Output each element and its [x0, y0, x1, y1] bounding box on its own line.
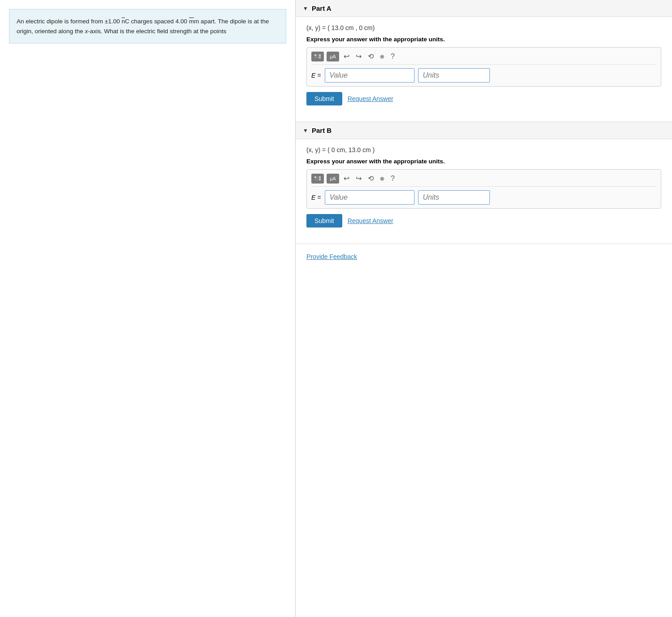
- part-a-answer-row: E =: [311, 68, 656, 83]
- part-b-section: ▼ Part B (x, y) = ( 0 cm, 13.0 cm ) Expr…: [296, 122, 672, 244]
- part-a-submit-button[interactable]: Submit: [306, 92, 342, 105]
- part-a-help-icon[interactable]: ?: [389, 52, 397, 61]
- question-box: An electric dipole is formed from ±1.00 …: [9, 9, 286, 44]
- part-b-value-input[interactable]: [325, 190, 415, 205]
- question-text: An electric dipole is formed from ±1.00 …: [17, 18, 269, 35]
- part-b-coords: (x, y) = ( 0 cm, 13.0 cm ): [306, 146, 661, 153]
- part-b-submit-button[interactable]: Submit: [306, 214, 342, 228]
- part-b-redo-icon[interactable]: ↪: [354, 173, 363, 184]
- part-b-label: Part B: [312, 127, 332, 134]
- part-a-label: Part A: [312, 4, 332, 12]
- part-b-chevron-icon[interactable]: ▼: [303, 127, 308, 134]
- provide-feedback-button[interactable]: Provide Feedback: [306, 253, 357, 260]
- part-a-toolbar-row: μA ↩ ↪ ⟲ ⎈ ?: [311, 51, 656, 65]
- part-a-action-row: Submit Request Answer: [306, 92, 661, 105]
- part-b-toolbar: μA ↩ ↪ ⟲ ⎈ ? E =: [306, 169, 661, 209]
- part-a-units-input[interactable]: [418, 68, 490, 83]
- feedback-section: Provide Feedback: [296, 244, 672, 269]
- part-b-instruction: Express your answer with the appropriate…: [306, 158, 661, 165]
- part-b-request-answer-button[interactable]: Request Answer: [348, 217, 393, 224]
- part-b-help-icon[interactable]: ?: [389, 174, 397, 184]
- part-a-value-input[interactable]: [325, 68, 415, 83]
- part-a-chevron-icon[interactable]: ▼: [303, 5, 308, 12]
- part-b-undo-icon[interactable]: ↩: [342, 173, 351, 184]
- part-b-content: (x, y) = ( 0 cm, 13.0 cm ) Express your …: [296, 139, 672, 235]
- part-a-reset-icon[interactable]: ⟲: [366, 51, 375, 61]
- part-b-keyboard-icon[interactable]: ⎈: [378, 174, 386, 184]
- part-a-instruction: Express your answer with the appropriate…: [306, 36, 661, 43]
- part-b-answer-row: E =: [311, 190, 656, 205]
- part-a-e-label: E =: [311, 72, 321, 79]
- part-b-e-label: E =: [311, 194, 321, 201]
- part-a-keyboard-icon[interactable]: ⎈: [378, 52, 386, 61]
- part-a-header: ▼ Part A: [296, 0, 672, 17]
- part-a-undo-icon[interactable]: ↩: [342, 51, 351, 61]
- part-a-content: (x, y) = ( 13.0 cm , 0 cm) Express your …: [296, 17, 672, 113]
- part-b-action-row: Submit Request Answer: [306, 214, 661, 228]
- part-b-reset-icon[interactable]: ⟲: [366, 173, 375, 184]
- right-panel: ▼ Part A (x, y) = ( 13.0 cm , 0 cm) Expr…: [296, 0, 672, 617]
- part-b-toolbar-row: μA ↩ ↪ ⟲ ⎈ ?: [311, 173, 656, 187]
- left-panel: An electric dipole is formed from ±1.00 …: [0, 0, 296, 617]
- part-a-coords: (x, y) = ( 13.0 cm , 0 cm): [306, 24, 661, 31]
- part-b-mu-btn[interactable]: μA: [327, 174, 339, 184]
- part-a-request-answer-button[interactable]: Request Answer: [348, 95, 393, 102]
- part-a-mu-btn[interactable]: μA: [327, 52, 339, 61]
- part-a-toolbar: μA ↩ ↪ ⟲ ⎈ ? E =: [306, 47, 661, 87]
- part-a-redo-icon[interactable]: ↪: [354, 51, 363, 61]
- part-a-grid-icon-btn[interactable]: [311, 52, 324, 61]
- part-b-grid-icon-btn[interactable]: [311, 174, 324, 184]
- part-a-section: ▼ Part A (x, y) = ( 13.0 cm , 0 cm) Expr…: [296, 0, 672, 122]
- part-b-header: ▼ Part B: [296, 122, 672, 139]
- part-b-units-input[interactable]: [418, 190, 490, 205]
